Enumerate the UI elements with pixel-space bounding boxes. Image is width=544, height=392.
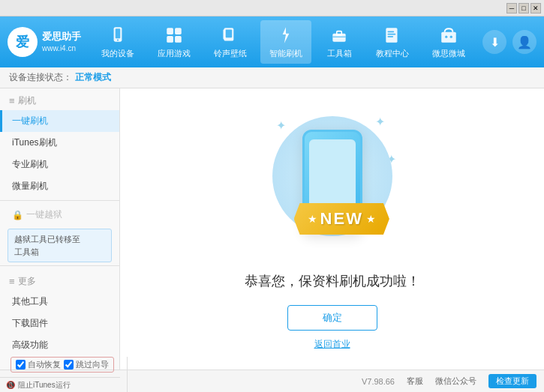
svg-rect-17 <box>441 32 456 43</box>
skip-wizard-checkbox[interactable]: 跳过向导 <box>64 359 109 370</box>
brand-name: 爱思助手 <box>42 31 81 43</box>
svg-rect-3 <box>167 28 173 34</box>
svg-rect-9 <box>223 29 225 39</box>
tutorial-icon <box>382 25 403 46</box>
sidebar: ≡ 刷机 一键刷机 iTunes刷机 专业刷机 微量刷机 🔒 一键越狱 越狱工具… <box>0 88 120 370</box>
sidebar-item-download-firmware[interactable]: 下载固件 <box>0 313 119 334</box>
svg-rect-5 <box>167 36 173 43</box>
customer-service-link[interactable]: 客服 <box>407 376 423 387</box>
nav-weidian[interactable]: 微思微城 <box>423 20 474 64</box>
svg-rect-11 <box>337 31 342 35</box>
svg-rect-1 <box>116 28 121 38</box>
sidebar-item-pro-flash[interactable]: 专业刷机 <box>0 154 119 175</box>
weidian-icon <box>438 25 459 46</box>
sparkle-icon-2: ✦ <box>375 115 385 129</box>
logo-area: 爱 爱思助手 www.i4.cn <box>8 27 90 57</box>
svg-rect-6 <box>175 36 182 43</box>
bottom-right: V7.98.66 客服 微信公众号 检查更新 <box>362 374 536 388</box>
nav-apps-label: 应用游戏 <box>158 48 191 59</box>
new-ribbon: ★ NEW ★ <box>294 203 389 235</box>
nav-smart-flash[interactable]: 智能刷机 <box>260 20 311 64</box>
nav-tutorial-label: 教程中心 <box>376 48 409 59</box>
star-icon-left: ★ <box>308 213 317 225</box>
nav-my-device-label: 我的设备 <box>101 48 134 59</box>
sidebar-item-micro-flash[interactable]: 微量刷机 <box>0 175 119 197</box>
header: 爱 爱思助手 www.i4.cn 我的设备 <box>0 16 544 67</box>
ribbon-text: NEW <box>320 209 363 229</box>
close-button[interactable]: ✕ <box>530 3 541 13</box>
again-link[interactable]: 返回首业 <box>314 338 350 351</box>
success-illustration: ✦ ✦ ✦ ★ NEW ★ <box>257 107 407 257</box>
nav-ringtones[interactable]: 铃声壁纸 <box>205 20 256 64</box>
skip-wizard-input[interactable] <box>64 360 74 370</box>
nav-weidian-label: 微思微城 <box>432 48 465 59</box>
toolbox-icon <box>329 25 350 46</box>
logo-text: 爱思助手 www.i4.cn <box>42 31 81 53</box>
auto-restore-label: 自动恢复 <box>28 359 61 370</box>
itunes-label: 阻止iTunes运行 <box>18 380 71 391</box>
user-button[interactable]: 👤 <box>512 30 536 54</box>
logo-icon: 爱 <box>16 33 29 51</box>
sparkle-icon-1: ✦ <box>276 118 286 133</box>
nav-toolbox[interactable]: 工具箱 <box>317 20 362 64</box>
sidebar-divider-1 <box>0 200 119 201</box>
main-layout: ≡ 刷机 一键刷机 iTunes刷机 专业刷机 微量刷机 🔒 一键越狱 越狱工具… <box>0 88 544 370</box>
itunes-running-bar: 📵 阻止iTunes运行 <box>0 377 120 392</box>
download-button[interactable]: ⬇ <box>482 30 506 54</box>
sidebar-info-box: 越狱工具已转移至工具箱 <box>8 229 112 262</box>
wechat-link[interactable]: 微信公众号 <box>435 376 476 387</box>
itunes-icon: 📵 <box>6 381 15 389</box>
nav-apps-games[interactable]: 应用游戏 <box>149 20 200 64</box>
ribbon-shape: ★ NEW ★ <box>294 203 389 235</box>
content-area: ✦ ✦ ✦ ★ NEW ★ 恭喜您，保资料刷机成功啦！ 确定 返回首业 <box>120 88 544 370</box>
ringtones-icon <box>220 25 241 46</box>
nav-my-device[interactable]: 我的设备 <box>92 20 143 64</box>
svg-rect-8 <box>225 29 232 37</box>
svg-point-18 <box>445 36 447 38</box>
sidebar-locked-jailbreak: 🔒 一键越狱 <box>0 204 119 226</box>
star-icon-right: ★ <box>366 213 376 225</box>
svg-rect-13 <box>386 28 397 43</box>
sidebar-item-one-key-flash[interactable]: 一键刷机 <box>0 110 119 132</box>
svg-rect-4 <box>175 28 182 34</box>
check-update-button[interactable]: 检查更新 <box>488 374 536 388</box>
more-section-icon: ≡ <box>9 276 15 287</box>
my-device-icon <box>107 25 128 46</box>
maximize-button[interactable]: □ <box>518 3 529 13</box>
window-controls[interactable]: ─ □ ✕ <box>506 3 541 13</box>
status-value: 正常模式 <box>75 71 111 84</box>
header-right: ⬇ 👤 <box>482 30 536 54</box>
nav-smart-flash-label: 智能刷机 <box>269 48 302 59</box>
nav-ringtones-label: 铃声壁纸 <box>214 48 247 59</box>
lock-icon: 🔒 <box>12 210 23 220</box>
sidebar-item-other-tools[interactable]: 其他工具 <box>0 291 119 313</box>
svg-rect-14 <box>387 31 394 33</box>
version-label: V7.98.66 <box>362 377 395 386</box>
more-section-label: 更多 <box>18 275 36 288</box>
nav-toolbox-label: 工具箱 <box>327 48 352 59</box>
status-bar: 设备连接状态： 正常模式 <box>0 67 544 88</box>
sidebar-item-itunes-flash[interactable]: iTunes刷机 <box>0 132 119 154</box>
status-label: 设备连接状态： <box>9 71 72 84</box>
flash-section-icon: ≡ <box>9 95 15 106</box>
svg-rect-16 <box>387 36 393 37</box>
nav-bar: 我的设备 应用游戏 铃声壁纸 <box>90 20 476 64</box>
success-message: 恭喜您，保资料刷机成功啦！ <box>245 272 420 290</box>
minimize-button[interactable]: ─ <box>506 3 517 13</box>
nav-tutorial[interactable]: 教程中心 <box>367 20 418 64</box>
svg-point-2 <box>117 39 119 40</box>
brand-url: www.i4.cn <box>42 43 81 53</box>
svg-rect-15 <box>387 34 395 35</box>
logo-circle: 爱 <box>8 27 38 57</box>
confirm-button[interactable]: 确定 <box>287 305 377 331</box>
sidebar-section-flash: ≡ 刷机 <box>0 88 119 110</box>
auto-restore-checkbox[interactable]: 自动恢复 <box>16 359 61 370</box>
title-bar: ─ □ ✕ <box>0 0 544 16</box>
sidebar-divider-2 <box>0 265 119 266</box>
svg-point-19 <box>449 36 452 38</box>
skip-wizard-label: 跳过向导 <box>76 359 109 370</box>
sidebar-item-advanced[interactable]: 高级功能 <box>0 334 119 356</box>
smart-flash-icon <box>275 25 296 46</box>
auto-restore-input[interactable] <box>16 360 26 370</box>
apps-games-icon <box>164 25 185 46</box>
